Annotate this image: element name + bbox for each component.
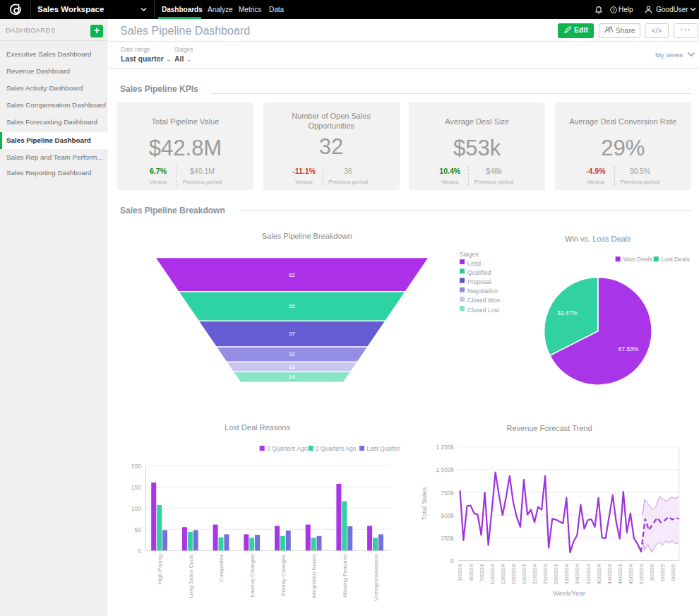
svg-text:Closed Lost: Closed Lost [467, 307, 500, 314]
svg-text:Competitor: Competitor [218, 554, 225, 581]
svg-text:3/2025: 3/2025 [649, 564, 655, 581]
svg-text:43/2024: 43/2024 [607, 564, 613, 584]
svg-text:500k: 500k [441, 512, 455, 519]
svg-text:Proposal: Proposal [467, 278, 491, 285]
svg-text:Won Deals: Won Deals [623, 256, 652, 263]
svg-text:Last Quarter: Last Quarter [367, 445, 400, 452]
svg-text:Week/Year: Week/Year [553, 589, 585, 597]
svg-text:150: 150 [131, 484, 141, 491]
svg-text:Win vs. Loss Deals: Win vs. Loss Deals [565, 235, 631, 243]
svg-text:40/2024: 40/2024 [596, 564, 602, 584]
svg-text:46/2024: 46/2024 [617, 564, 623, 584]
svg-text:?: ? [612, 7, 615, 12]
svg-text:67.53%: 67.53% [619, 345, 639, 353]
svg-text:50: 50 [135, 526, 142, 533]
svg-text:19/2024: 19/2024 [521, 564, 527, 584]
svg-text:52/2024: 52/2024 [638, 564, 645, 584]
svg-text:Long Sales Cycle: Long Sales Cycle [188, 554, 194, 598]
svg-text:18: 18 [289, 364, 295, 370]
svg-text:37: 37 [289, 331, 295, 337]
svg-text:Integration Issues: Integration Issues [311, 555, 317, 599]
svg-text:High Pricing: High Pricing [157, 555, 163, 585]
svg-text:6/2025: 6/2025 [659, 564, 666, 581]
svg-text:Lost Deal Reasons: Lost Deal Reasons [225, 423, 290, 432]
svg-text:0: 0 [450, 557, 454, 564]
svg-text:32: 32 [289, 351, 295, 357]
svg-text:49/2024: 49/2024 [628, 564, 634, 584]
svg-text:55: 55 [289, 303, 295, 309]
svg-text:13/2024: 13/2024 [500, 564, 506, 584]
svg-text:22/2024: 22/2024 [532, 564, 538, 584]
svg-text:Closed Won: Closed Won [467, 297, 500, 304]
svg-text:25/2024: 25/2024 [542, 564, 549, 584]
svg-text:34/2024: 34/2024 [574, 564, 580, 584]
svg-text:200: 200 [131, 463, 141, 470]
svg-text:14: 14 [289, 374, 295, 380]
svg-text:750k: 750k [441, 490, 455, 497]
svg-text:Revenue Forecast Trend: Revenue Forecast Trend [506, 424, 592, 432]
svg-text:Unresponsiveness: Unresponsiveness [373, 555, 379, 601]
svg-text:250k: 250k [441, 535, 455, 542]
svg-text:7/2024: 7/2024 [479, 564, 485, 581]
svg-text:37/2024: 37/2024 [585, 564, 592, 584]
svg-text:Internal Changes: Internal Changes [249, 555, 256, 598]
svg-text:28/2024: 28/2024 [553, 564, 559, 584]
svg-text:Lost Deals: Lost Deals [662, 256, 690, 263]
svg-text:32.47%: 32.47% [557, 309, 578, 316]
svg-text:Missing Features: Missing Features [342, 555, 348, 598]
svg-text:9/2025: 9/2025 [670, 564, 676, 581]
svg-text:Lead: Lead [467, 260, 481, 267]
svg-text:Priority Changes: Priority Changes [280, 555, 287, 596]
svg-text:10/2024: 10/2024 [489, 564, 496, 584]
svg-text:1 250k: 1 250k [436, 444, 454, 451]
svg-text:62: 62 [289, 272, 295, 278]
svg-text:Sales Pipeline Breakdown: Sales Pipeline Breakdown [262, 232, 352, 240]
svg-text:3 Quarters Ago: 3 Quarters Ago [267, 445, 307, 452]
svg-text:16/2024: 16/2024 [510, 564, 517, 584]
svg-text:0: 0 [138, 547, 141, 555]
svg-text:1 000k: 1 000k [436, 466, 454, 473]
svg-text:100: 100 [131, 505, 141, 512]
svg-text:4/2024: 4/2024 [468, 564, 474, 581]
svg-text:Stages:: Stages: [460, 251, 480, 258]
svg-text:Total Sales: Total Sales [420, 487, 428, 521]
svg-text:31/2024: 31/2024 [563, 564, 570, 584]
svg-text:1/2024: 1/2024 [457, 564, 463, 581]
svg-text:2 Quarters Ago: 2 Quarters Ago [316, 445, 356, 452]
svg-text:Qualified: Qualified [467, 269, 491, 276]
svg-text:Negotiation: Negotiation [467, 288, 498, 295]
